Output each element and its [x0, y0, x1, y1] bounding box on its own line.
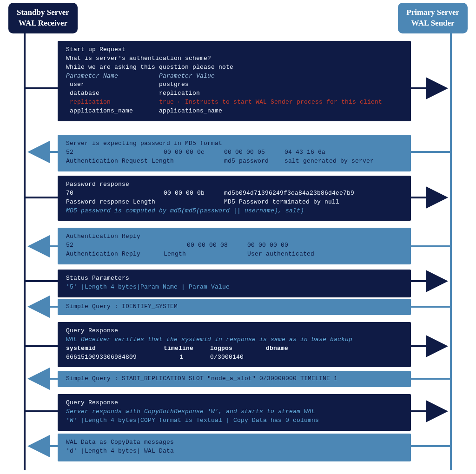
qsr-text: Simple Query : START_REPLICATION SLOT "n… [66, 375, 403, 383]
st-detail: '5' |Length 4 bytes|Param Name | Param V… [66, 283, 403, 292]
ap-c2: 00 00 00 08 [187, 241, 247, 250]
startup-title: Start up Request [66, 46, 403, 54]
msg-pwdresp: Password response 70 00 00 00 0b md5b094… [58, 176, 411, 221]
pw2-c1: Password response Length [66, 198, 224, 207]
qri-v2: 1 [164, 353, 210, 362]
ar2-c3: md5 password [224, 157, 284, 166]
arep-title: Authentication Reply [66, 232, 403, 241]
msg-authreq: Server is expecting password in MD5 form… [58, 135, 411, 171]
standby-line1: Standby Server [17, 7, 69, 18]
p3-val: applications_name [159, 107, 222, 116]
qri-v1: 6661510093306984809 [66, 353, 164, 362]
msg-q-startrepl: Simple Query : START_REPLICATION SLOT "n… [58, 371, 411, 387]
qri-v4 [266, 353, 277, 362]
primary-node-label: Primary Server WAL Sender [398, 3, 468, 33]
qri-h2: timeline [164, 344, 210, 353]
ar-c4: 04 43 16 6a [284, 148, 337, 157]
p2-name: replication [66, 98, 159, 107]
qri-v3: 0/3000140 [210, 353, 266, 362]
primary-line1: Primary Server [406, 7, 459, 18]
st-title: Status Parameters [66, 274, 403, 283]
standby-line2: WAL Receiver [17, 18, 69, 29]
msg-waldata: WAL Data as CopyData messages 'd' |Lengt… [58, 434, 411, 461]
p2-val: true ← Instructs to start WAL Sender pro… [159, 98, 382, 107]
pw2-c3: MD5 Password terminated by null [224, 198, 350, 207]
wd-title: WAL Data as CopyData messages [66, 438, 403, 447]
qi-text: Simple Query : IDENTIFY_SYSTEM [66, 303, 403, 311]
ar2-c4: salt generated by server [284, 157, 385, 166]
p0-val: postgres [159, 80, 189, 89]
msg-authreply: Authentication Reply 52 00 00 00 08 00 0… [58, 228, 411, 264]
wd-detail: 'd' |Length 4 bytes| WAL Data [66, 447, 403, 456]
param-name-hdr: Parameter Name [66, 72, 159, 81]
qrc-title: Query Response [66, 399, 403, 408]
ar2-c1: Authentication Request Length [66, 157, 224, 166]
msg-startup: Start up Request What is server's authen… [58, 41, 411, 121]
param-value-hdr: Parameter Value [159, 72, 215, 81]
msg-qresp-copy: Query Response Server responds with Copy… [58, 394, 411, 431]
msg-q-identify: Simple Query : IDENTIFY_SYSTEM [58, 299, 411, 315]
qrc-note: Server responds with CopyBothResponse 'W… [66, 408, 403, 416]
p1-name: database [66, 89, 159, 98]
pw-c2: 00 00 00 0b [164, 189, 224, 198]
pwd-note: MD5 password is computed by md5(md5(pass… [66, 207, 403, 216]
pw-c3: md5b094d71396249f3ca84a23b86d4ee7b9 [224, 189, 365, 198]
msg-qresp-identify: Query Response WAL Receiver verifies tha… [58, 322, 411, 367]
pwd-title: Password response [66, 180, 403, 189]
ar-c3: 00 00 00 05 [224, 148, 284, 157]
startup-line2: What is server's authentication scheme? [66, 54, 403, 63]
p3-name: applications_name [66, 107, 159, 116]
standby-node-label: Standby Server WAL Receiver [8, 3, 78, 33]
qri-note: WAL Receiver verifies that the systemid … [66, 336, 403, 344]
qri-h1: systemid [66, 344, 164, 353]
primary-line2: WAL Sender [406, 18, 459, 29]
authreq-title: Server is expecting password in MD5 form… [66, 139, 403, 148]
qrc-detail: 'W' |Length 4 bytes|COPY format is Textu… [66, 416, 403, 425]
ap2-c1: Authentication Reply [66, 250, 164, 259]
ap2-c3: User authenticated [247, 250, 325, 259]
qri-h4: dbname [266, 344, 299, 353]
startup-line3: While we are asking this question please… [66, 63, 403, 72]
msg-status: Status Parameters '5' |Length 4 bytes|Pa… [58, 270, 411, 297]
ap2-c2: Length [164, 250, 247, 259]
ap-c1: 52 [66, 241, 187, 250]
p1-val: replication [159, 89, 200, 98]
ap-c3: 00 00 00 00 [247, 241, 299, 250]
ar-c1: 52 [66, 148, 164, 157]
p0-name: user [66, 80, 159, 89]
ar-c2: 00 00 00 0c [164, 148, 224, 157]
qri-title: Query Response [66, 327, 403, 336]
pw-c1: 70 [66, 189, 164, 198]
qri-h3: logpos [210, 344, 266, 353]
